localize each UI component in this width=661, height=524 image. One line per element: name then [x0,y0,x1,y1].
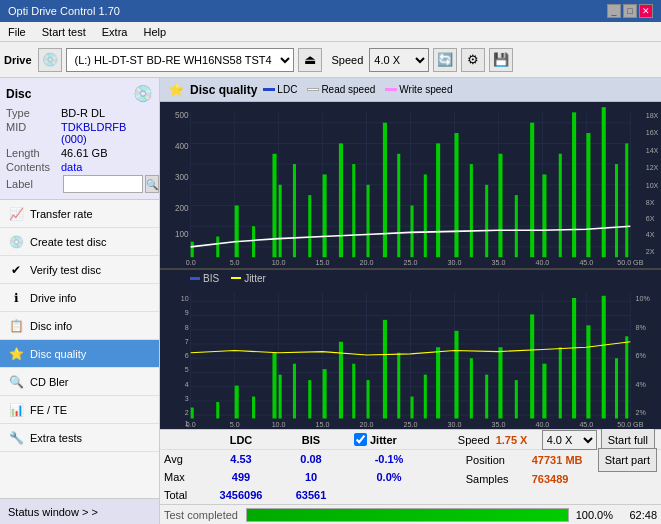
svg-rect-97 [235,385,239,418]
content-title: Disc quality [190,83,257,97]
drive-icon-button[interactable]: 💿 [38,48,62,72]
max-ldc: 499 [206,471,276,483]
svg-text:0.0: 0.0 [186,258,196,267]
label-button[interactable]: 🔍 [145,175,159,193]
progress-percent: 100.0% [573,509,613,521]
samples-value: 763489 [532,473,592,485]
disc-mid-row: MID TDKBLDRFB (000) [6,121,153,145]
svg-rect-110 [424,374,427,418]
create-test-disc-icon: 💿 [8,234,24,250]
menu-start-test[interactable]: Start test [38,25,90,39]
svg-rect-112 [454,330,458,418]
svg-text:8%: 8% [635,322,646,331]
extra-tests-icon: 🔧 [8,430,24,446]
progress-time: 62:48 [617,509,657,521]
menu-file[interactable]: File [4,25,30,39]
drive-select[interactable]: (L:) HL-DT-ST BD-RE WH16NS58 TST4 [66,48,294,72]
svg-rect-22 [252,226,255,257]
menu-help[interactable]: Help [139,25,170,39]
label-input[interactable] [63,175,143,193]
maximize-button[interactable]: □ [623,4,637,18]
svg-rect-99 [272,352,276,418]
svg-text:6: 6 [185,351,189,360]
sidebar: Disc 💿 Type BD-R DL MID TDKBLDRFB (000) … [0,78,160,524]
svg-rect-123 [615,358,618,418]
stats-panel: LDC BIS Jitter Speed 1.75 X 4.0 X Start … [160,429,661,504]
status-window-label: Status window > > [8,506,98,518]
svg-rect-39 [498,154,502,257]
svg-text:20.0: 20.0 [360,258,374,267]
svg-text:8: 8 [185,322,189,331]
svg-text:20.0: 20.0 [360,420,374,429]
close-button[interactable]: ✕ [639,4,653,18]
sidebar-item-drive-info[interactable]: ℹ Drive info [0,284,159,312]
minimize-button[interactable]: _ [607,4,621,18]
sidebar-item-verify-test-disc[interactable]: ✔ Verify test disc [0,256,159,284]
speed-value: 1.75 X [496,434,536,446]
ldc-legend-color [263,88,275,91]
svg-rect-28 [339,143,343,257]
svg-text:50.0 GB: 50.0 GB [617,420,643,429]
sidebar-item-label: Disc quality [30,348,86,360]
svg-rect-40 [515,195,518,257]
stats-headers: LDC BIS Jitter Speed 1.75 X 4.0 X Start … [160,430,661,450]
jitter-legend-label: Jitter [244,273,266,284]
sidebar-item-disc-quality[interactable]: ⭐ Disc quality [0,340,159,368]
disc-info-icon: 📋 [8,318,24,334]
disc-type-row: Type BD-R DL [6,107,153,119]
sidebar-item-label: Drive info [30,292,76,304]
verify-test-disc-icon: ✔ [8,262,24,278]
sidebar-item-fe-te[interactable]: 📊 FE / TE [0,396,159,424]
svg-text:4X: 4X [646,229,655,238]
save-button[interactable]: 💾 [489,48,513,72]
sidebar-item-label: FE / TE [30,404,67,416]
svg-text:2: 2 [185,408,189,417]
charts-area: 500 400 300 200 100 18X 16X 14X 12X 10X … [160,102,661,429]
read-speed-legend: Read speed [307,84,375,95]
main-area: Disc 💿 Type BD-R DL MID TDKBLDRFB (000) … [0,78,661,524]
samples-row: Samples 763489 [466,470,657,488]
svg-rect-113 [470,358,473,418]
svg-text:18X: 18X [646,110,659,119]
svg-rect-122 [602,295,606,418]
speed-select[interactable]: 4.0 X [542,430,597,450]
toolbar: Drive 💿 (L:) HL-DT-ST BD-RE WH16NS58 TST… [0,42,661,78]
ldc-chart-svg: 500 400 300 200 100 18X 16X 14X 12X 10X … [160,102,661,268]
jitter-legend: Jitter [231,273,266,284]
speed-label: Speed [332,54,364,66]
sidebar-item-transfer-rate[interactable]: 📈 Transfer rate [0,200,159,228]
svg-rect-101 [293,363,296,418]
stats-left: Avg 4.53 0.08 -0.1% Max 499 10 0.0% To [160,450,428,504]
jitter-checkbox[interactable] [354,433,367,446]
start-part-button[interactable]: Start part [598,448,657,472]
svg-text:10X: 10X [646,181,659,190]
chart2-header: BIS Jitter [160,269,661,287]
svg-text:10.0: 10.0 [272,258,286,267]
svg-rect-114 [485,374,488,418]
svg-rect-121 [586,325,590,418]
menubar: File Start test Extra Help [0,22,661,42]
speed-select[interactable]: 4.0 X [369,48,429,72]
disc-quality-icon: ⭐ [8,346,24,362]
sidebar-item-disc-info[interactable]: 📋 Disc info [0,312,159,340]
avg-bis: 0.08 [276,453,346,465]
refresh-button[interactable]: 🔄 [433,48,457,72]
svg-text:7: 7 [185,336,189,345]
svg-rect-44 [572,112,576,257]
svg-text:9: 9 [185,308,189,317]
max-label: Max [164,471,206,483]
status-window[interactable]: Status window > > [0,498,159,524]
settings-button[interactable]: ⚙ [461,48,485,72]
svg-rect-109 [411,396,414,418]
menu-extra[interactable]: Extra [98,25,132,39]
speed-label: Speed [458,434,490,446]
speed-area: Speed 1.75 X 4.0 X [458,430,597,450]
disc-icon: 💿 [133,84,153,103]
sidebar-item-cd-bler[interactable]: 🔍 CD Bler [0,368,159,396]
svg-rect-98 [252,396,255,418]
position-label: Position [466,454,526,466]
eject-button[interactable]: ⏏ [298,48,322,72]
sidebar-item-create-test-disc[interactable]: 💿 Create test disc [0,228,159,256]
sidebar-item-extra-tests[interactable]: 🔧 Extra tests [0,424,159,452]
transfer-rate-icon: 📈 [8,206,24,222]
